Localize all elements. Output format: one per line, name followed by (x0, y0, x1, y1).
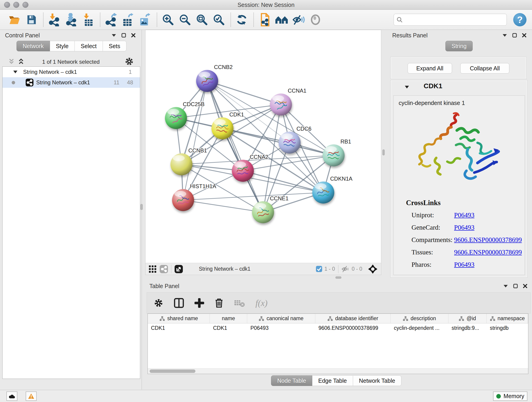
column-header-namespace[interactable]: namespace (487, 314, 528, 323)
first-neighbors-icon[interactable] (258, 12, 271, 27)
import-network-from-database-icon[interactable] (65, 12, 78, 27)
table-cell[interactable]: P06493 (247, 323, 315, 332)
collection-expander-icon[interactable] (13, 70, 18, 74)
network-node-CDKN1A[interactable]: CDKN1A (312, 176, 352, 204)
maximize-window-icon[interactable] (22, 2, 28, 8)
table-cell[interactable]: 9606.ENSP00000378699 (315, 323, 391, 332)
column-header--id[interactable]: @id (448, 314, 487, 323)
help-button[interactable]: ? (513, 13, 526, 26)
crosslink-link[interactable]: 9606.ENSP00000378699 (454, 236, 522, 244)
crosslink-link[interactable]: P06493 (454, 261, 475, 268)
home-view-icon[interactable] (275, 12, 288, 27)
main-toolbar: ? (0, 10, 532, 30)
crosslink-link[interactable]: P06493 (454, 211, 475, 219)
network-canvas[interactable]: CCNB2CCNA1CDC25BCDK1CDC6RB1CCNB1CCNA2CDK… (146, 30, 381, 263)
float-panel-icon[interactable] (121, 33, 126, 38)
import-network-from-file-icon[interactable] (48, 12, 61, 27)
column-header-canonical-name[interactable]: canonical name (247, 314, 315, 323)
tab-sets[interactable]: Sets (103, 41, 127, 51)
section-collapse-icon[interactable] (404, 85, 409, 89)
export-image-icon[interactable] (138, 12, 152, 27)
network-node-HIST1H1A[interactable]: HIST1H1A (172, 183, 216, 211)
export-table-icon[interactable] (121, 12, 135, 27)
expand-all-button[interactable]: Expand All (408, 63, 452, 74)
horizontal-scrollbar[interactable] (148, 368, 528, 374)
network-node-CCNB1[interactable]: CCNB1 (171, 147, 207, 175)
table-cell[interactable]: CDK1 (148, 323, 210, 332)
delete-column-icon[interactable] (215, 298, 223, 308)
selected-checkbox-icon[interactable] (316, 266, 322, 272)
scrollbar-thumb[interactable] (150, 370, 196, 373)
hidden-eye-icon[interactable] (342, 266, 349, 273)
table-cell[interactable]: cyclin-dependent ... (391, 323, 448, 332)
zoom-out-icon[interactable] (178, 12, 191, 27)
table-cell[interactable]: stringdb (487, 323, 528, 332)
splitter-handle[interactable] (382, 149, 385, 155)
network-collection-row[interactable]: String Network – cdk1 1 (2, 67, 140, 77)
detach-view-icon[interactable] (175, 265, 183, 273)
node-label-CDK1: CDK1 (229, 111, 244, 118)
network-node-CDK1[interactable]: CDK1 (211, 111, 244, 139)
table-options-gear-icon[interactable] (154, 298, 163, 308)
network-options-gear-icon[interactable] (125, 57, 134, 66)
show-all-icon[interactable] (309, 12, 322, 27)
crosslink-link[interactable]: 9606.ENSP00000378699 (454, 249, 522, 256)
warnings-button[interactable] (26, 391, 37, 401)
tab-style[interactable]: Style (50, 41, 75, 51)
tab-node-table[interactable]: Node Table (271, 375, 312, 386)
save-session-icon[interactable] (25, 12, 38, 27)
tab-edge-table[interactable]: Edge Table (312, 375, 353, 386)
tab-network-table[interactable]: Network Table (353, 375, 401, 386)
memory-button[interactable]: Memory (493, 391, 527, 401)
column-header-name[interactable]: name (210, 314, 247, 323)
network-node-RB1[interactable]: RB1 (323, 138, 351, 166)
refresh-view-icon[interactable] (235, 12, 248, 27)
zoom-in-icon[interactable] (161, 12, 175, 27)
column-header-database-identifier[interactable]: database identifier (315, 314, 391, 323)
hide-selected-icon[interactable] (292, 12, 305, 27)
zoom-fit-icon[interactable] (195, 12, 209, 27)
network-node-CCNA1[interactable]: CCNA1 (270, 88, 306, 115)
crosslink-link[interactable]: P06493 (454, 224, 475, 231)
grid-view-icon[interactable] (149, 265, 157, 273)
table-row[interactable]: CDK1CDK1P064939606.ENSP00000378699cyclin… (148, 323, 528, 332)
tab-select[interactable]: Select (75, 41, 103, 51)
cloud-status-button[interactable] (6, 391, 17, 401)
import-table-from-file-icon[interactable] (82, 12, 95, 27)
minimize-window-icon[interactable] (13, 2, 19, 8)
birds-eye-view-icon[interactable] (368, 264, 377, 274)
search-field[interactable] (394, 14, 507, 26)
close-panel-icon[interactable] (522, 33, 526, 38)
table-cell[interactable]: stringdb:9... (448, 323, 487, 332)
search-input[interactable] (404, 17, 503, 23)
panel-menu-icon[interactable] (502, 33, 507, 37)
float-panel-icon[interactable] (512, 33, 517, 38)
edge-CCNB2-CCNA1[interactable] (207, 81, 281, 104)
edge-CCNB2-CCNE1[interactable] (207, 81, 263, 212)
zoom-selected-icon[interactable] (212, 12, 225, 27)
close-window-icon[interactable] (4, 2, 10, 8)
node-label-CDKN1A: CDKN1A (330, 176, 352, 182)
create-column-icon[interactable] (195, 298, 204, 308)
column-header-description[interactable]: description (391, 314, 448, 323)
column-header-shared-name[interactable]: shared name (148, 314, 210, 323)
splitter-handle[interactable] (336, 276, 341, 279)
close-panel-icon[interactable] (523, 284, 527, 288)
splitter-handle[interactable] (140, 204, 143, 210)
tab-string[interactable]: String (445, 41, 473, 51)
table-cell[interactable]: CDK1 (210, 323, 247, 332)
panel-menu-icon[interactable] (111, 33, 116, 37)
panel-menu-icon[interactable] (503, 284, 508, 288)
node-gloss-highlight (234, 162, 246, 167)
tab-network[interactable]: Network (17, 41, 50, 51)
close-panel-icon[interactable] (131, 33, 136, 38)
node-label-HIST1H1A: HIST1H1A (190, 183, 216, 189)
network-row-selected[interactable]: String Network – cdk1 11 48 (2, 77, 140, 88)
show-columns-icon[interactable] (174, 298, 184, 308)
edge-HIST1H1A-CCNE1[interactable] (183, 200, 263, 212)
float-panel-icon[interactable] (513, 284, 518, 288)
export-network-icon[interactable] (104, 12, 118, 27)
open-session-icon[interactable] (8, 12, 21, 27)
collapse-all-button[interactable]: Collapse All (460, 63, 509, 74)
edge-CCNB2-HIST1H1A[interactable] (183, 81, 207, 200)
